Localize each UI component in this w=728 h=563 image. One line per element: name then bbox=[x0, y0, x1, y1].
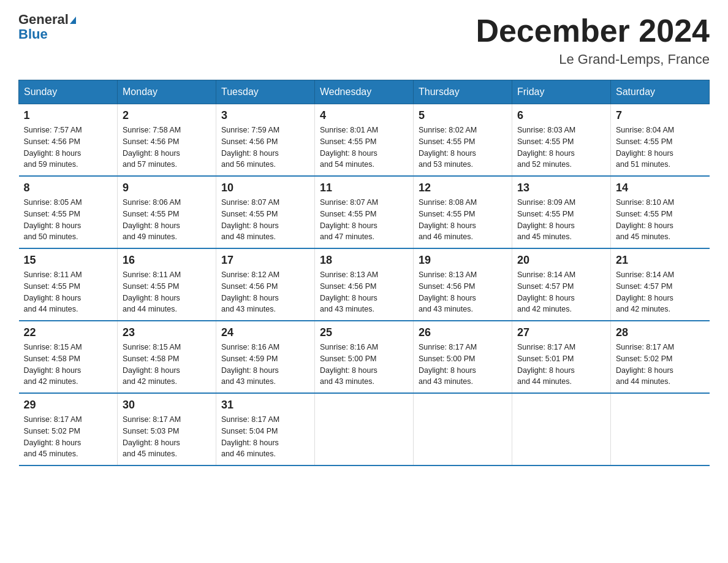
day-info: Sunrise: 8:03 AM Sunset: 4:55 PM Dayligh… bbox=[517, 124, 605, 170]
day-number: 4 bbox=[320, 109, 408, 122]
day-cell: 23Sunrise: 8:15 AM Sunset: 4:58 PM Dayli… bbox=[118, 321, 216, 393]
logo-blue-text: Blue bbox=[18, 26, 48, 42]
day-cell: 1Sunrise: 7:57 AM Sunset: 4:56 PM Daylig… bbox=[19, 104, 118, 177]
day-cell: 25Sunrise: 8:16 AM Sunset: 5:00 PM Dayli… bbox=[315, 321, 414, 393]
day-info: Sunrise: 8:04 AM Sunset: 4:55 PM Dayligh… bbox=[616, 124, 705, 170]
day-cell: 10Sunrise: 8:07 AM Sunset: 4:55 PM Dayli… bbox=[216, 176, 315, 248]
day-info: Sunrise: 7:58 AM Sunset: 4:56 PM Dayligh… bbox=[123, 124, 211, 170]
day-info: Sunrise: 8:17 AM Sunset: 5:00 PM Dayligh… bbox=[419, 342, 507, 388]
day-number: 11 bbox=[320, 182, 408, 194]
day-info: Sunrise: 8:10 AM Sunset: 4:55 PM Dayligh… bbox=[616, 197, 705, 243]
day-number: 25 bbox=[320, 326, 408, 339]
day-info: Sunrise: 8:11 AM Sunset: 4:55 PM Dayligh… bbox=[123, 269, 211, 315]
day-cell: 5Sunrise: 8:02 AM Sunset: 4:55 PM Daylig… bbox=[414, 104, 512, 177]
day-cell: 28Sunrise: 8:17 AM Sunset: 5:02 PM Dayli… bbox=[611, 321, 710, 393]
day-number: 24 bbox=[221, 326, 309, 339]
day-info: Sunrise: 8:16 AM Sunset: 5:00 PM Dayligh… bbox=[320, 342, 408, 388]
day-info: Sunrise: 8:13 AM Sunset: 4:56 PM Dayligh… bbox=[419, 269, 507, 315]
day-cell: 21Sunrise: 8:14 AM Sunset: 4:57 PM Dayli… bbox=[611, 248, 710, 321]
day-cell: 26Sunrise: 8:17 AM Sunset: 5:00 PM Dayli… bbox=[414, 321, 512, 393]
day-number: 5 bbox=[419, 109, 507, 122]
day-number: 3 bbox=[221, 109, 309, 122]
day-cell: 3Sunrise: 7:59 AM Sunset: 4:56 PM Daylig… bbox=[216, 104, 315, 177]
day-number: 1 bbox=[24, 109, 113, 122]
day-info: Sunrise: 8:17 AM Sunset: 5:02 PM Dayligh… bbox=[24, 414, 113, 460]
day-cell: 8Sunrise: 8:05 AM Sunset: 4:55 PM Daylig… bbox=[19, 176, 118, 248]
day-number: 12 bbox=[419, 182, 507, 194]
day-cell: 17Sunrise: 8:12 AM Sunset: 4:56 PM Dayli… bbox=[216, 248, 315, 321]
header-saturday: Saturday bbox=[611, 80, 710, 104]
header-sunday: Sunday bbox=[19, 80, 118, 104]
day-number: 18 bbox=[320, 254, 408, 267]
day-cell: 6Sunrise: 8:03 AM Sunset: 4:55 PM Daylig… bbox=[512, 104, 611, 177]
day-number: 10 bbox=[221, 182, 309, 194]
day-number: 28 bbox=[616, 326, 705, 339]
day-number: 27 bbox=[517, 326, 605, 339]
day-number: 7 bbox=[616, 109, 705, 122]
calendar-header-row: SundayMondayTuesdayWednesdayThursdayFrid… bbox=[19, 80, 710, 104]
day-cell: 20Sunrise: 8:14 AM Sunset: 4:57 PM Dayli… bbox=[512, 248, 611, 321]
location-label: Le Grand-Lemps, France bbox=[476, 52, 710, 67]
day-number: 6 bbox=[517, 109, 605, 122]
logo-general-text: General bbox=[18, 12, 69, 27]
day-info: Sunrise: 8:07 AM Sunset: 4:55 PM Dayligh… bbox=[320, 197, 408, 243]
day-cell: 13Sunrise: 8:09 AM Sunset: 4:55 PM Dayli… bbox=[512, 176, 611, 248]
day-number: 14 bbox=[616, 182, 705, 194]
calendar-table: SundayMondayTuesdayWednesdayThursdayFrid… bbox=[18, 80, 710, 466]
logo-triangle-icon bbox=[70, 17, 76, 24]
day-cell: 22Sunrise: 8:15 AM Sunset: 4:58 PM Dayli… bbox=[19, 321, 118, 393]
day-cell: 14Sunrise: 8:10 AM Sunset: 4:55 PM Dayli… bbox=[611, 176, 710, 248]
day-info: Sunrise: 8:02 AM Sunset: 4:55 PM Dayligh… bbox=[419, 124, 507, 170]
day-cell bbox=[611, 393, 710, 465]
month-title: December 2024 bbox=[476, 12, 710, 49]
day-number: 9 bbox=[123, 182, 211, 194]
day-number: 17 bbox=[221, 254, 309, 267]
day-info: Sunrise: 8:12 AM Sunset: 4:56 PM Dayligh… bbox=[221, 269, 309, 315]
day-number: 30 bbox=[123, 399, 211, 412]
day-cell: 11Sunrise: 8:07 AM Sunset: 4:55 PM Dayli… bbox=[315, 176, 414, 248]
header-thursday: Thursday bbox=[414, 80, 512, 104]
day-cell: 12Sunrise: 8:08 AM Sunset: 4:55 PM Dayli… bbox=[414, 176, 512, 248]
day-cell bbox=[414, 393, 512, 465]
day-cell bbox=[315, 393, 414, 465]
day-number: 13 bbox=[517, 182, 605, 194]
day-info: Sunrise: 8:11 AM Sunset: 4:55 PM Dayligh… bbox=[24, 269, 113, 315]
day-number: 23 bbox=[123, 326, 211, 339]
day-info: Sunrise: 8:17 AM Sunset: 5:03 PM Dayligh… bbox=[123, 414, 211, 460]
day-number: 21 bbox=[616, 254, 705, 267]
day-info: Sunrise: 8:15 AM Sunset: 4:58 PM Dayligh… bbox=[123, 342, 211, 388]
day-cell: 2Sunrise: 7:58 AM Sunset: 4:56 PM Daylig… bbox=[118, 104, 216, 177]
day-number: 29 bbox=[24, 399, 113, 412]
day-number: 8 bbox=[24, 182, 113, 194]
week-row-4: 22Sunrise: 8:15 AM Sunset: 4:58 PM Dayli… bbox=[19, 321, 710, 393]
day-cell: 15Sunrise: 8:11 AM Sunset: 4:55 PM Dayli… bbox=[19, 248, 118, 321]
day-number: 26 bbox=[419, 326, 507, 339]
day-cell: 27Sunrise: 8:17 AM Sunset: 5:01 PM Dayli… bbox=[512, 321, 611, 393]
day-cell: 9Sunrise: 8:06 AM Sunset: 4:55 PM Daylig… bbox=[118, 176, 216, 248]
day-cell: 7Sunrise: 8:04 AM Sunset: 4:55 PM Daylig… bbox=[611, 104, 710, 177]
day-number: 16 bbox=[123, 254, 211, 267]
day-info: Sunrise: 8:15 AM Sunset: 4:58 PM Dayligh… bbox=[24, 342, 113, 388]
day-info: Sunrise: 8:01 AM Sunset: 4:55 PM Dayligh… bbox=[320, 124, 408, 170]
header-wednesday: Wednesday bbox=[315, 80, 414, 104]
day-info: Sunrise: 8:14 AM Sunset: 4:57 PM Dayligh… bbox=[616, 269, 705, 315]
logo: General Blue bbox=[18, 12, 76, 42]
week-row-3: 15Sunrise: 8:11 AM Sunset: 4:55 PM Dayli… bbox=[19, 248, 710, 321]
day-info: Sunrise: 8:16 AM Sunset: 4:59 PM Dayligh… bbox=[221, 342, 309, 388]
day-number: 31 bbox=[221, 399, 309, 412]
day-number: 22 bbox=[24, 326, 113, 339]
day-cell: 4Sunrise: 8:01 AM Sunset: 4:55 PM Daylig… bbox=[315, 104, 414, 177]
day-info: Sunrise: 8:05 AM Sunset: 4:55 PM Dayligh… bbox=[24, 197, 113, 243]
day-info: Sunrise: 8:09 AM Sunset: 4:55 PM Dayligh… bbox=[517, 197, 605, 243]
day-info: Sunrise: 8:17 AM Sunset: 5:02 PM Dayligh… bbox=[616, 342, 705, 388]
title-section: December 2024 Le Grand-Lemps, France bbox=[476, 12, 710, 67]
day-cell: 24Sunrise: 8:16 AM Sunset: 4:59 PM Dayli… bbox=[216, 321, 315, 393]
day-number: 15 bbox=[24, 254, 113, 267]
day-info: Sunrise: 8:07 AM Sunset: 4:55 PM Dayligh… bbox=[221, 197, 309, 243]
day-info: Sunrise: 8:14 AM Sunset: 4:57 PM Dayligh… bbox=[517, 269, 605, 315]
week-row-5: 29Sunrise: 8:17 AM Sunset: 5:02 PM Dayli… bbox=[19, 393, 710, 465]
header-tuesday: Tuesday bbox=[216, 80, 315, 104]
day-cell: 29Sunrise: 8:17 AM Sunset: 5:02 PM Dayli… bbox=[19, 393, 118, 465]
day-info: Sunrise: 7:57 AM Sunset: 4:56 PM Dayligh… bbox=[24, 124, 113, 170]
day-cell: 18Sunrise: 8:13 AM Sunset: 4:56 PM Dayli… bbox=[315, 248, 414, 321]
